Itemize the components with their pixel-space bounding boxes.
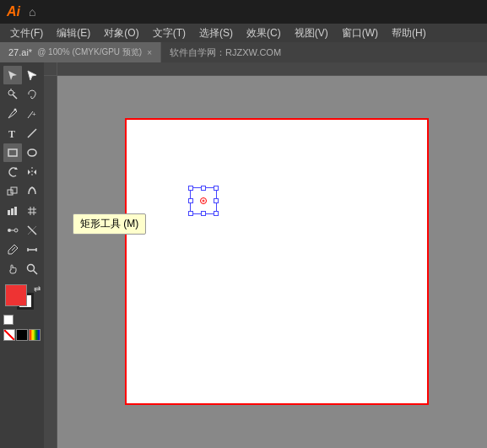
ellipse-tool[interactable] xyxy=(23,143,41,162)
menu-item-s[interactable]: 选择(S) xyxy=(192,24,240,42)
svg-point-22 xyxy=(14,229,18,232)
handle-top-left[interactable] xyxy=(188,186,193,191)
ruler-row xyxy=(44,62,487,76)
eyedropper-tool[interactable] xyxy=(3,240,22,259)
reset-colors-icon[interactable] xyxy=(3,315,14,325)
menu-item-o[interactable]: 对象(O) xyxy=(97,24,145,42)
gradient-swatch[interactable] xyxy=(29,329,41,341)
svg-line-0 xyxy=(13,94,17,99)
tool-row-graph xyxy=(0,202,44,220)
rect-tool[interactable] xyxy=(3,143,22,162)
menu-item-t[interactable]: 文字(T) xyxy=(146,24,192,42)
add-anchor-tool[interactable]: + xyxy=(23,105,41,123)
slice-tool[interactable] xyxy=(23,221,41,240)
ruler-corner xyxy=(44,62,57,76)
pen-tool[interactable] xyxy=(3,105,22,123)
select-tool[interactable] xyxy=(3,66,22,84)
lasso-tool[interactable] xyxy=(23,85,41,104)
tool-row-type: T xyxy=(0,124,44,143)
home-icon[interactable]: ⌂ xyxy=(29,5,35,19)
left-ruler xyxy=(44,76,57,448)
tool-row-rotate xyxy=(0,163,44,181)
tool-row-scale xyxy=(0,182,44,201)
svg-rect-12 xyxy=(8,190,13,195)
red-rectangle[interactable] xyxy=(125,118,429,405)
tool-row-rect xyxy=(0,143,44,162)
svg-text:T: T xyxy=(8,128,15,139)
active-tab[interactable]: 27.ai* @ 100% (CMYK/GPU 预览) × xyxy=(0,42,161,62)
title-bar: Ai ⌂ xyxy=(0,0,487,24)
menu-item-v[interactable]: 视图(V) xyxy=(288,24,335,42)
zoom-tool[interactable] xyxy=(23,260,41,278)
handle-bottom-right[interactable] xyxy=(214,211,219,216)
tool-row-eyedropper xyxy=(0,240,44,259)
svg-point-28 xyxy=(27,265,34,272)
handle-bottom-left[interactable] xyxy=(188,211,193,216)
blend-tool[interactable] xyxy=(3,221,22,240)
svg-point-9 xyxy=(28,149,36,156)
svg-rect-8 xyxy=(8,149,17,156)
center-point xyxy=(200,197,207,204)
rotate-tool[interactable] xyxy=(3,163,22,181)
menu-item-f[interactable]: 文件(F) xyxy=(3,24,50,42)
website-label: 软件自学网：RJZXW.COM xyxy=(161,46,289,59)
canvas-row: 矩形工具 (M) xyxy=(44,76,487,448)
tool-row-zoom xyxy=(0,260,44,278)
tool-row-swatches xyxy=(0,329,44,341)
menu-item-h[interactable]: 帮助(H) xyxy=(385,24,433,42)
svg-rect-14 xyxy=(8,210,10,215)
warp-tool[interactable] xyxy=(23,182,41,201)
tab-detail: @ 100% (CMYK/GPU 预览) xyxy=(37,46,142,58)
svg-point-1 xyxy=(8,90,14,95)
magic-wand-tool[interactable] xyxy=(3,85,22,104)
svg-line-7 xyxy=(28,129,36,138)
graph-tool[interactable] xyxy=(3,202,22,220)
swap-colors-icon[interactable]: ⇄ xyxy=(34,284,41,294)
tab-bar: 27.ai* @ 100% (CMYK/GPU 预览) × 软件自学网：RJZX… xyxy=(0,42,487,62)
svg-point-4 xyxy=(14,109,16,111)
handle-mid-left[interactable] xyxy=(188,198,193,203)
line-tool[interactable] xyxy=(23,124,41,143)
scale-tool[interactable] xyxy=(3,182,22,201)
tool-row-pen: + xyxy=(0,105,44,123)
selected-object[interactable] xyxy=(188,186,219,216)
selection-box xyxy=(190,187,217,214)
svg-point-21 xyxy=(8,229,11,232)
selection-handles xyxy=(188,186,219,216)
tool-row-select xyxy=(0,66,44,84)
main-layout: + T xyxy=(0,62,487,448)
handle-top-right[interactable] xyxy=(214,186,219,191)
canvas-wrapper: 矩形工具 (M) xyxy=(44,62,487,448)
tool-row-blend xyxy=(0,221,44,240)
measure-tool[interactable] xyxy=(23,240,41,259)
app-logo: Ai xyxy=(7,4,20,19)
canvas-area[interactable]: 矩形工具 (M) xyxy=(57,76,487,448)
menu-item-w[interactable]: 窗口(W) xyxy=(335,24,385,42)
svg-rect-15 xyxy=(11,208,14,215)
mesh-tool[interactable] xyxy=(23,202,41,220)
menu-item-e[interactable]: 编辑(E) xyxy=(50,24,97,42)
tab-close-button[interactable]: × xyxy=(147,48,152,57)
direct-select-tool[interactable] xyxy=(23,66,41,84)
fill-color-box[interactable] xyxy=(5,284,27,306)
reflect-tool[interactable] xyxy=(23,163,41,181)
tool-row-wand xyxy=(0,85,44,104)
handle-top-mid[interactable] xyxy=(201,186,206,191)
top-ruler xyxy=(57,62,487,76)
tab-filename: 27.ai* xyxy=(8,47,32,57)
type-tool[interactable]: T xyxy=(3,124,22,143)
menu-bar: 文件(F)编辑(E)对象(O)文字(T)选择(S)效果(C)视图(V)窗口(W)… xyxy=(0,24,487,42)
handle-mid-right[interactable] xyxy=(214,198,219,203)
none-swatch[interactable] xyxy=(3,329,15,341)
menu-item-c[interactable]: 效果(C) xyxy=(240,24,288,42)
svg-text:+: + xyxy=(32,111,36,118)
handle-bottom-mid[interactable] xyxy=(201,211,206,216)
svg-line-29 xyxy=(33,271,37,275)
left-toolbar: + T xyxy=(0,62,44,448)
hand-tool[interactable] xyxy=(3,260,22,278)
svg-line-24 xyxy=(12,247,15,251)
svg-rect-16 xyxy=(14,207,17,215)
color-area: ⇄ xyxy=(2,284,42,327)
black-swatch[interactable] xyxy=(16,329,28,341)
